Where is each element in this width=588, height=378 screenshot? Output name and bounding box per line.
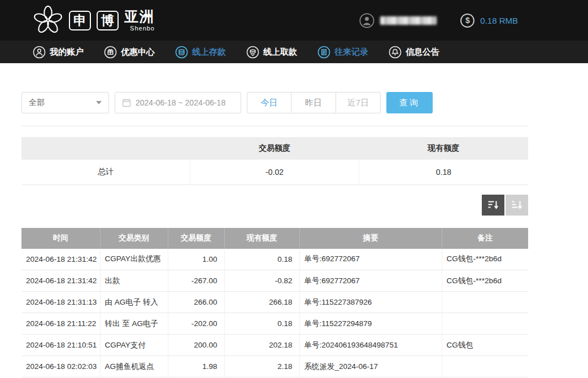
table-row: 2024-06-18 21:10:51 CGPAY支付 200.00 202.1…	[21, 335, 528, 356]
cell-type: 出款	[100, 270, 168, 292]
cell-type: CGPAY支付	[100, 335, 168, 356]
logo-subtitle: Shenbo	[124, 25, 155, 32]
account-summary: $ 0.18 RMB	[359, 13, 518, 28]
table-header-row: 时间 交易类别 交易额度 现有额度 摘要 备注	[21, 228, 528, 249]
summary-header-empty	[21, 137, 190, 160]
user-icon	[359, 13, 374, 28]
yesterday-button[interactable]: 昨日	[291, 92, 336, 113]
cell-note: CG钱包	[442, 335, 528, 356]
content: 全部 2024-06-18 ~ 2024-06-18 今日 昨日 近7日 查询 …	[21, 92, 528, 377]
deposit-icon	[175, 46, 188, 59]
summary-total-transaction: -0.02	[190, 160, 359, 184]
cell-time: 2024-06-18 02:02:03	[21, 356, 100, 377]
nav-label: 线上取款	[263, 47, 297, 58]
nav-label: 信息公告	[406, 47, 439, 58]
filter-bar: 全部 2024-06-18 ~ 2024-06-18 今日 昨日 近7日 查询	[21, 92, 528, 113]
cell-type: 由 AG电子 转入	[100, 292, 168, 313]
cell-summary: 单号:115227387926	[299, 292, 442, 313]
cell-note	[442, 313, 528, 335]
summary-total-balance: 0.18	[359, 160, 528, 184]
logo-char-shen: 申	[69, 11, 91, 30]
cell-balance: 266.18	[224, 292, 299, 313]
nav-item-records[interactable]: 往来记录	[317, 46, 368, 59]
sort-controls	[21, 195, 528, 216]
header-amount: 交易额度	[168, 228, 224, 249]
cell-amount: -202.00	[168, 313, 224, 335]
table-row: 2024-06-18 02:02:03 AG捕鱼机返点 1.98 2.18 系统…	[21, 356, 528, 377]
sort-asc-icon	[511, 200, 522, 210]
sort-desc-icon	[487, 200, 499, 210]
cell-time: 2024-06-18 21:31:42	[21, 249, 100, 270]
header-balance: 现有额度	[224, 228, 299, 249]
summary-header-transaction: 交易额度	[190, 137, 359, 160]
table-row: 2024-06-18 21:31:42 CGPAY出款优惠 1.00 0.18 …	[21, 249, 528, 270]
cell-note: CG钱包-***2b6d	[442, 270, 528, 292]
cell-time: 2024-06-18 21:31:42	[21, 270, 100, 292]
header-note: 备注	[442, 228, 528, 249]
sort-desc-button[interactable]	[482, 195, 504, 216]
summary-header-row: 交易额度 现有额度	[21, 137, 528, 160]
header-summary: 摘要	[299, 228, 442, 249]
cell-summary: 单号:115227294879	[299, 313, 442, 335]
logo-text: 亚洲 Shenbo	[124, 10, 155, 32]
logo-region: 亚洲	[124, 10, 155, 24]
table-row: 2024-06-18 21:31:13 由 AG电子 转入 266.00 266…	[21, 292, 528, 313]
cell-amount: 200.00	[168, 335, 224, 356]
cell-time: 2024-06-18 21:31:13	[21, 292, 100, 313]
cell-balance: 0.18	[224, 313, 299, 335]
nav-label: 线上存款	[192, 47, 226, 58]
nav-item-withdrawal[interactable]: 线上取款	[246, 46, 297, 59]
type-select-value: 全部	[29, 98, 45, 108]
header-type: 交易类别	[100, 228, 168, 249]
today-button[interactable]: 今日	[247, 92, 291, 113]
summary-table: 交易额度 现有额度 总计 -0.02 0.18	[21, 137, 528, 185]
last7days-button[interactable]: 近7日	[336, 92, 381, 113]
type-select[interactable]: 全部	[21, 92, 109, 113]
cell-note: CG钱包-***2b6d	[442, 249, 528, 270]
account-icon	[33, 46, 46, 59]
summary-total-label: 总计	[21, 160, 190, 184]
cell-type: 转出 至 AG电子	[100, 313, 168, 335]
transactions-table: 时间 交易类别 交易额度 现有额度 摘要 备注 2024-06-18 21:31…	[21, 228, 528, 378]
gift-icon	[104, 46, 117, 59]
logo[interactable]: 申 博 亚洲 Shenbo	[33, 5, 155, 36]
nav-label: 优惠中心	[121, 47, 155, 58]
divider	[21, 126, 528, 126]
main-nav: 我的账户 优惠中心 线上存款 线上取款 往来记录	[0, 41, 588, 63]
sort-asc-button[interactable]	[506, 195, 528, 216]
cell-amount: 266.00	[168, 292, 224, 313]
top-header: 申 博 亚洲 Shenbo $ 0.18 RMB	[0, 0, 588, 41]
summary-total-row: 总计 -0.02 0.18	[21, 160, 528, 184]
nav-item-promotions[interactable]: 优惠中心	[104, 46, 155, 59]
chevron-down-icon	[96, 101, 102, 104]
cell-summary: 单号:692772067	[299, 270, 442, 292]
cell-note	[442, 292, 528, 313]
date-range-input[interactable]: 2024-06-18 ~ 2024-06-18	[115, 92, 241, 113]
nav-label: 往来记录	[334, 47, 368, 58]
cell-time: 2024-06-18 21:11:22	[21, 313, 100, 335]
cell-balance: 202.18	[224, 335, 299, 356]
header-time: 时间	[21, 228, 100, 249]
nav-item-deposit[interactable]: 线上存款	[175, 46, 226, 59]
cell-summary: 系统派发_2024-06-17	[299, 356, 442, 377]
cell-type: AG捕鱼机返点	[100, 356, 168, 377]
cell-type: CGPAY出款优惠	[100, 249, 168, 270]
nav-label: 我的账户	[50, 47, 84, 58]
cell-balance: 2.18	[224, 356, 299, 377]
cell-amount: 1.98	[168, 356, 224, 377]
balance-amount: 0.18 RMB	[480, 16, 518, 25]
cell-balance: 0.18	[224, 249, 299, 270]
logo-char-bo: 博	[97, 11, 119, 30]
logo-flower-icon	[33, 5, 63, 36]
query-button[interactable]: 查询	[386, 92, 433, 113]
cell-summary: 单号:692772067	[299, 249, 442, 270]
date-range-value: 2024-06-18 ~ 2024-06-18	[136, 98, 225, 107]
cell-summary: 单号:202406193648498751	[299, 335, 442, 356]
cell-time: 2024-06-18 21:10:51	[21, 335, 100, 356]
nav-item-my-account[interactable]: 我的账户	[33, 46, 84, 59]
nav-item-announcements[interactable]: 信息公告	[389, 46, 439, 59]
table-row: 2024-06-18 21:11:22 转出 至 AG电子 -202.00 0.…	[21, 313, 528, 335]
username-blurred	[380, 16, 437, 25]
calendar-icon	[122, 98, 131, 107]
cell-amount: 1.00	[168, 249, 224, 270]
